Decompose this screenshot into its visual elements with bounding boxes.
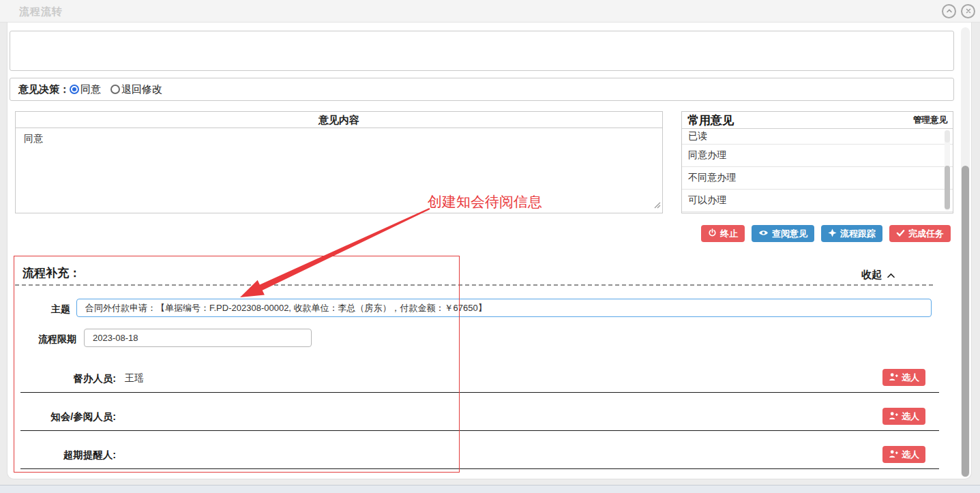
deadline-input[interactable] [84, 329, 312, 347]
eye-icon [758, 228, 769, 239]
cc-readers-label: 知会/参阅人员: [0, 410, 116, 423]
subject-input[interactable] [76, 299, 932, 317]
radio-option-return-label: 退回修改 [121, 83, 162, 96]
terminate-label: 终止 [720, 228, 738, 240]
opinions-scrollbar-track-cap [945, 130, 950, 143]
radio-option-agree-label: 同意 [80, 83, 101, 96]
dialog-close-button[interactable] [961, 4, 975, 18]
pick-supervisor-label: 选人 [902, 372, 919, 384]
process-track-label: 流程跟踪 [840, 228, 876, 240]
decision-label: 意见决策： [18, 83, 70, 96]
pick-overdue-reminder-label: 选人 [902, 449, 919, 461]
radio-selected-icon [70, 85, 79, 94]
subject-label: 主题 [0, 303, 70, 316]
pick-overdue-reminder-button[interactable]: 选人 [882, 446, 925, 463]
manage-opinions-link[interactable]: 管理意见 [913, 115, 947, 126]
radio-unselected-icon [110, 85, 120, 94]
dialog-collapse-button[interactable] [942, 4, 956, 18]
textarea-resize-handle[interactable] [653, 199, 661, 211]
process-track-button[interactable]: 流程跟踪 [821, 225, 882, 242]
supplement-collapse-toggle[interactable]: 收起 [861, 269, 895, 282]
opinion-content-header: 意见内容 [16, 112, 662, 128]
track-icon [828, 228, 837, 239]
complete-task-button[interactable]: 完成任务 [889, 225, 951, 242]
deadline-label: 流程限期 [0, 333, 76, 346]
page-bottom-strip [0, 485, 980, 493]
common-opinion-item[interactable]: 已读 [682, 129, 953, 145]
collapse-label: 收起 [861, 269, 882, 282]
common-opinions-box: 常用意见 管理意见 已读 同意办理 不同意办理 可以办理 [681, 111, 953, 213]
opinions-scrollbar-thumb[interactable] [945, 166, 950, 209]
common-opinions-title: 常用意见 [687, 113, 734, 128]
row-divider [20, 392, 939, 393]
dialog-title: 流程流转 [19, 5, 63, 18]
complete-task-label: 完成任务 [908, 228, 944, 240]
view-opinions-button[interactable]: 查阅意见 [752, 225, 814, 242]
person-plus-icon [889, 411, 899, 422]
page-scrollbar [961, 27, 970, 477]
supplement-section-title: 流程补充： [23, 265, 80, 281]
page-scrollbar-thumb[interactable] [962, 166, 969, 477]
collapsed-content-box [10, 31, 954, 71]
supervisor-label: 督办人员: [0, 372, 116, 385]
opinions-scrollbar [945, 130, 950, 211]
opinion-content-box: 意见内容 同意 [15, 111, 663, 213]
view-opinions-label: 查阅意见 [772, 228, 807, 240]
opinion-textarea[interactable]: 同意 [16, 128, 662, 212]
chevron-up-icon [887, 269, 895, 281]
common-opinion-item[interactable]: 同意办理 [682, 145, 953, 167]
section-divider-dashed [15, 284, 933, 286]
process-flow-dialog: 流程流转 意见决策： 同意 退回修改 意见内容 同意 [0, 0, 980, 493]
supervisor-value: 王瑶 [125, 372, 144, 385]
common-opinion-item[interactable]: 不同意办理 [682, 167, 953, 190]
dialog-titlebar: 流程流转 [0, 0, 980, 23]
row-divider [20, 468, 939, 469]
action-buttons-row: 终止 查阅意见 流程跟踪 完成任务 [701, 225, 951, 242]
common-opinion-item[interactable]: 可以办理 [682, 190, 953, 212]
check-icon [896, 228, 905, 239]
radio-option-return[interactable]: 退回修改 [110, 83, 162, 96]
pick-cc-readers-label: 选人 [902, 410, 919, 423]
terminate-button[interactable]: 终止 [701, 225, 745, 242]
common-opinions-header: 常用意见 管理意见 [682, 112, 953, 129]
chevron-up-icon [945, 5, 953, 18]
power-icon [708, 228, 717, 239]
pick-cc-readers-button[interactable]: 选人 [882, 408, 925, 425]
row-divider [20, 430, 939, 431]
decision-box: 意见决策： 同意 退回修改 [10, 78, 954, 101]
person-plus-icon [889, 372, 899, 383]
common-opinions-list: 已读 同意办理 不同意办理 可以办理 [682, 129, 953, 213]
radio-option-agree[interactable]: 同意 [70, 83, 101, 96]
overdue-reminder-label: 超期提醒人: [0, 449, 116, 462]
pick-supervisor-button[interactable]: 选人 [882, 369, 925, 386]
close-icon [964, 5, 972, 18]
person-plus-icon [889, 449, 899, 460]
